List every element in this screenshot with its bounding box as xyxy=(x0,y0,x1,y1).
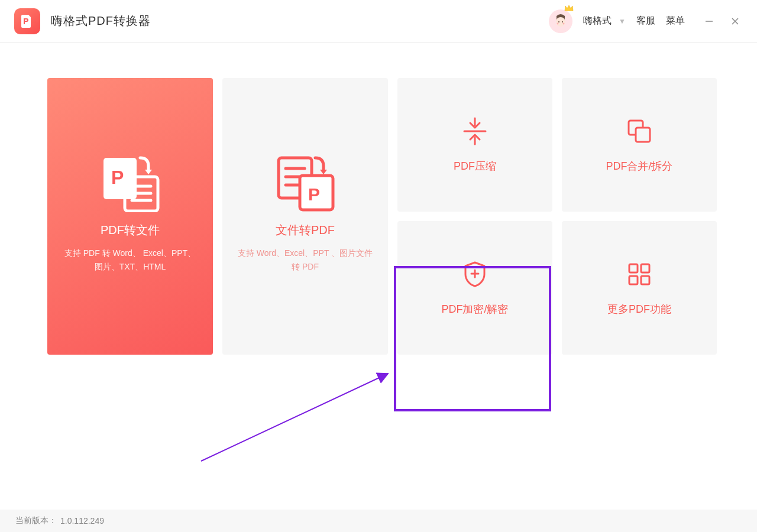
card-title: PDF压缩 xyxy=(454,159,496,173)
svg-point-3 xyxy=(562,21,563,22)
card-title: PDF加密/解密 xyxy=(441,302,508,316)
card-subtitle: 支持 Word、Excel、PPT 、图片文件转 PDF xyxy=(222,246,388,273)
close-button[interactable] xyxy=(727,14,743,29)
grid-icon xyxy=(626,259,652,289)
version-value: 1.0.112.249 xyxy=(60,516,104,525)
card-file-to-pdf[interactable]: P 文件转PDF 支持 Word、Excel、PPT 、图片文件转 PDF xyxy=(222,78,388,355)
svg-rect-29 xyxy=(641,264,649,273)
shield-plus-icon xyxy=(462,259,488,289)
app-title: 嗨格式PDF转换器 xyxy=(51,13,151,29)
svg-point-5 xyxy=(563,22,565,24)
svg-line-32 xyxy=(201,374,388,461)
titlebar-right: 嗨格式 ▼ 客服 菜单 xyxy=(549,9,743,33)
app-logo xyxy=(14,8,40,34)
svg-rect-30 xyxy=(629,276,638,284)
card-title: PDF转文件 xyxy=(101,222,160,238)
titlebar: 嗨格式PDF转换器 嗨格式 ▼ 客服 菜单 xyxy=(0,0,757,43)
file-to-pdf-icon: P xyxy=(273,160,338,206)
minimize-icon xyxy=(705,17,713,25)
card-title: 更多PDF功能 xyxy=(607,302,671,316)
pdf-logo-icon xyxy=(20,14,35,29)
crown-icon xyxy=(564,5,574,12)
card-grid: P PDF转文件 支持 PDF 转 Word、 Excel、PPT、图片、TXT… xyxy=(47,78,710,355)
svg-rect-28 xyxy=(629,264,638,273)
card-title: 文件转PDF xyxy=(276,222,335,238)
card-pdf-encrypt[interactable]: PDF加密/解密 xyxy=(397,221,552,355)
merge-split-icon xyxy=(625,116,654,146)
card-pdf-merge-split[interactable]: PDF合并/拆分 xyxy=(562,78,717,212)
card-title: PDF合并/拆分 xyxy=(606,159,672,173)
menu-button[interactable]: 菜单 xyxy=(666,15,685,27)
compress-icon xyxy=(461,116,489,146)
window-controls xyxy=(701,14,743,29)
card-subtitle: 支持 PDF 转 Word、 Excel、PPT、图片、TXT、HTML xyxy=(47,246,213,273)
close-icon xyxy=(731,17,739,25)
card-pdf-compress[interactable]: PDF压缩 xyxy=(397,78,552,212)
version-label: 当前版本： xyxy=(15,515,57,526)
annotation-arrow xyxy=(195,366,396,467)
svg-point-1 xyxy=(556,17,565,27)
svg-point-2 xyxy=(558,21,559,22)
avatar[interactable] xyxy=(549,9,572,33)
footer-bar: 当前版本： 1.0.112.249 xyxy=(0,510,757,532)
svg-text:P: P xyxy=(111,167,124,188)
main-content: P PDF转文件 支持 PDF 转 Word、 Excel、PPT、图片、TXT… xyxy=(0,43,757,355)
avatar-face-icon xyxy=(552,12,570,30)
user-name[interactable]: 嗨格式 xyxy=(583,15,612,27)
support-button[interactable]: 客服 xyxy=(636,15,655,27)
svg-rect-31 xyxy=(641,276,649,284)
card-pdf-to-file[interactable]: P PDF转文件 支持 PDF 转 Word、 Excel、PPT、图片、TXT… xyxy=(47,78,213,355)
svg-rect-25 xyxy=(636,128,650,142)
svg-point-4 xyxy=(557,22,559,24)
card-more-pdf[interactable]: 更多PDF功能 xyxy=(562,221,717,355)
pdf-to-file-icon: P xyxy=(98,160,163,206)
svg-text:P: P xyxy=(308,184,320,204)
chevron-down-icon[interactable]: ▼ xyxy=(619,17,626,25)
minimize-button[interactable] xyxy=(701,14,717,29)
